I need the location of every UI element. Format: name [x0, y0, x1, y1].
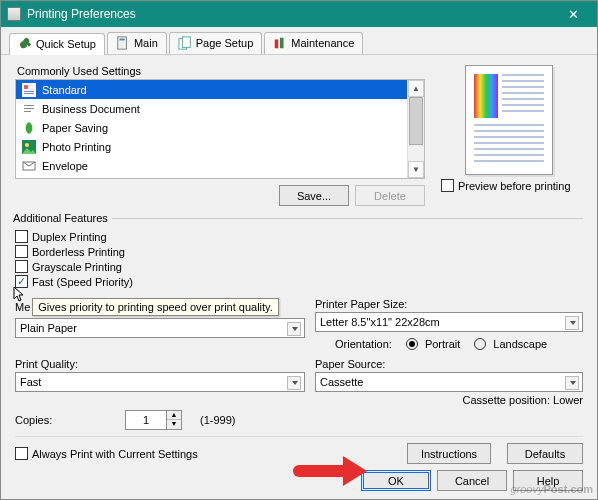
portrait-radio[interactable]	[406, 338, 418, 350]
copies-label: Copies:	[15, 414, 115, 426]
print-quality-select[interactable]: Fast	[15, 372, 305, 392]
printer-icon	[7, 7, 21, 21]
fast-tooltip: Gives priority to printing speed over pr…	[32, 298, 279, 316]
cassette-note: Cassette position: Lower	[315, 394, 583, 406]
maintenance-icon	[273, 36, 287, 50]
titlebar: Printing Preferences ✕	[1, 1, 597, 27]
tab-strip: Quick Setup Main Page Setup Maintenance	[1, 27, 597, 55]
always-print-checkbox[interactable]	[15, 447, 28, 460]
svg-rect-3	[182, 37, 190, 48]
media-label: Me	[15, 301, 30, 313]
svg-rect-12	[24, 108, 34, 109]
delete-button: Delete	[355, 185, 425, 206]
pages-icon	[178, 36, 192, 50]
tab-quick-setup[interactable]: Quick Setup	[9, 33, 105, 55]
paper-saving-icon	[22, 121, 36, 135]
list-item-photo[interactable]: Photo Printing	[16, 137, 407, 156]
landscape-radio[interactable]	[474, 338, 486, 350]
cancel-button[interactable]: Cancel	[437, 470, 507, 491]
scroll-up-button[interactable]: ▲	[408, 80, 424, 97]
svg-rect-7	[24, 85, 28, 89]
commonly-used-label: Commonly Used Settings	[17, 65, 425, 77]
listbox-scrollbar[interactable]: ▲ ▼	[407, 80, 424, 178]
list-item-label: Paper Saving	[42, 122, 108, 134]
spin-down[interactable]: ▼	[167, 420, 181, 429]
tab-label: Main	[134, 37, 158, 49]
tab-label: Quick Setup	[36, 38, 96, 50]
list-item-label: Photo Printing	[42, 141, 111, 153]
tab-label: Maintenance	[291, 37, 354, 49]
list-item-label: Business Document	[42, 103, 140, 115]
window-title: Printing Preferences	[27, 7, 555, 21]
paper-source-value: Cassette	[320, 376, 363, 388]
tab-page-setup[interactable]: Page Setup	[169, 32, 263, 54]
standard-icon	[22, 83, 36, 97]
list-item-paper-saving[interactable]: Paper Saving	[16, 118, 407, 137]
list-item-label: Envelope	[42, 160, 88, 172]
landscape-label: Landscape	[493, 338, 547, 350]
borderless-label: Borderless Printing	[32, 246, 125, 258]
defaults-button[interactable]: Defaults	[507, 443, 583, 464]
print-quality-label: Print Quality:	[15, 358, 305, 370]
list-item-business[interactable]: Business Document	[16, 99, 407, 118]
paper-source-select[interactable]: Cassette	[315, 372, 583, 392]
svg-rect-13	[24, 111, 31, 112]
media-type-select[interactable]: Plain Paper	[15, 318, 305, 338]
paper-source-label: Paper Source:	[315, 358, 583, 370]
scroll-down-button[interactable]: ▼	[408, 161, 424, 178]
document-icon	[116, 36, 130, 50]
svg-rect-4	[275, 40, 279, 49]
duplex-label: Duplex Printing	[32, 231, 107, 243]
paper-size-value: Letter 8.5"x11" 22x28cm	[320, 316, 440, 328]
svg-rect-5	[280, 38, 284, 49]
tab-maintenance[interactable]: Maintenance	[264, 32, 363, 54]
spin-up[interactable]: ▲	[167, 411, 181, 420]
duplex-checkbox[interactable]	[15, 230, 28, 243]
landscape-radio-row[interactable]: Landscape	[474, 338, 547, 350]
borderless-checkbox[interactable]	[15, 245, 28, 258]
copies-spinner[interactable]: ▲▼	[125, 410, 182, 430]
preview-checkbox[interactable]	[441, 179, 454, 192]
copies-range: (1-999)	[200, 414, 235, 426]
business-doc-icon	[22, 102, 36, 116]
commonly-used-listbox[interactable]: Standard Business Document Paper Saving	[15, 79, 425, 179]
photo-icon	[22, 140, 36, 154]
svg-rect-9	[24, 93, 34, 94]
svg-point-15	[25, 143, 29, 147]
list-item-label: Standard	[42, 84, 87, 96]
paper-size-label: Printer Paper Size:	[315, 298, 583, 310]
svg-rect-8	[24, 91, 34, 92]
help-button[interactable]: Help	[513, 470, 583, 491]
svg-rect-11	[24, 105, 34, 106]
list-item-standard[interactable]: Standard	[16, 80, 407, 99]
portrait-label: Portrait	[425, 338, 460, 350]
page-preview	[465, 65, 553, 175]
preview-label: Preview before printing	[458, 180, 571, 192]
scroll-thumb[interactable]	[409, 97, 423, 145]
svg-rect-1	[119, 39, 124, 41]
instructions-button[interactable]: Instructions	[407, 443, 491, 464]
wrench-icon	[18, 37, 32, 51]
orientation-label: Orientation:	[335, 338, 392, 350]
media-value: Plain Paper	[20, 322, 77, 334]
portrait-radio-row[interactable]: Portrait	[406, 338, 460, 350]
grayscale-checkbox[interactable]	[15, 260, 28, 273]
fast-label: Fast (Speed Priority)	[32, 276, 133, 288]
close-button[interactable]: ✕	[555, 1, 591, 27]
tab-label: Page Setup	[196, 37, 254, 49]
always-print-label: Always Print with Current Settings	[32, 448, 198, 460]
list-item-envelope[interactable]: Envelope	[16, 156, 407, 175]
printing-preferences-dialog: Printing Preferences ✕ Quick Setup Main …	[0, 0, 598, 500]
ok-button[interactable]: OK	[361, 470, 431, 491]
paper-size-select[interactable]: Letter 8.5"x11" 22x28cm	[315, 312, 583, 332]
grayscale-label: Grayscale Printing	[32, 261, 122, 273]
tab-main[interactable]: Main	[107, 32, 167, 54]
fast-checkbox[interactable]	[15, 275, 28, 288]
copies-input[interactable]	[125, 410, 167, 430]
additional-features-label: Additional Features	[13, 212, 112, 224]
print-quality-value: Fast	[20, 376, 41, 388]
save-button[interactable]: Save...	[279, 185, 349, 206]
envelope-icon	[22, 159, 36, 173]
